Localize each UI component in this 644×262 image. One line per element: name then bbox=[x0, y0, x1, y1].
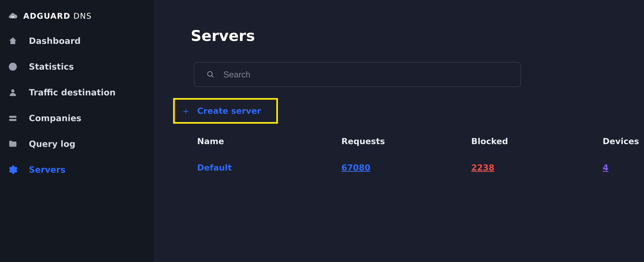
sidebar-item-label: Companies bbox=[29, 113, 82, 123]
col-header-blocked: Blocked bbox=[471, 136, 603, 146]
table-row: Default 67080 2238 4 bbox=[197, 163, 644, 172]
col-header-name: Name bbox=[197, 136, 342, 146]
create-server-button[interactable]: ＋ Create server bbox=[173, 98, 278, 124]
search-icon bbox=[206, 70, 214, 79]
sidebar-item-label: Dashboard bbox=[29, 36, 80, 46]
sidebar-nav: Dashboard Statistics Traffic destination… bbox=[0, 36, 154, 174]
gear-icon bbox=[8, 165, 18, 174]
table-header-row: Name Requests Blocked Devices bbox=[197, 136, 644, 146]
svg-rect-1 bbox=[9, 119, 16, 121]
sidebar-item-label: Servers bbox=[29, 165, 66, 174]
main-content: Servers ＋ Create server Name Requests Bl… bbox=[154, 0, 644, 262]
col-header-requests: Requests bbox=[342, 136, 471, 146]
create-server-label: Create server bbox=[197, 106, 261, 116]
search-input[interactable] bbox=[223, 69, 520, 80]
bars-icon bbox=[8, 113, 18, 123]
brand-logo[interactable]: ADGUARD DNS bbox=[0, 11, 154, 36]
sidebar-item-label: Query log bbox=[29, 139, 75, 149]
sidebar-item-statistics[interactable]: Statistics bbox=[8, 62, 154, 72]
cloud-logo-icon bbox=[8, 11, 18, 21]
col-header-devices: Devices bbox=[603, 136, 644, 146]
servers-table: Name Requests Blocked Devices Default 67… bbox=[197, 136, 644, 172]
server-requests-link[interactable]: 67080 bbox=[342, 163, 471, 172]
home-icon bbox=[8, 36, 18, 46]
sidebar: ADGUARD DNS Dashboard Statistics Traffic… bbox=[0, 0, 154, 262]
sidebar-item-query-log[interactable]: Query log bbox=[8, 139, 154, 149]
sidebar-item-traffic-destination[interactable]: Traffic destination bbox=[8, 88, 154, 97]
plus-icon: ＋ bbox=[181, 106, 191, 116]
server-devices-link[interactable]: 4 bbox=[603, 163, 644, 172]
sidebar-item-label: Traffic destination bbox=[29, 88, 116, 97]
folder-icon bbox=[8, 139, 18, 149]
brand-text: ADGUARD DNS bbox=[23, 11, 92, 21]
server-blocked-link[interactable]: 2238 bbox=[471, 163, 603, 172]
sidebar-item-servers[interactable]: Servers bbox=[8, 165, 154, 174]
sidebar-item-label: Statistics bbox=[29, 62, 74, 72]
sidebar-item-companies[interactable]: Companies bbox=[8, 113, 154, 123]
pie-icon bbox=[8, 62, 18, 72]
sidebar-item-dashboard[interactable]: Dashboard bbox=[8, 36, 154, 46]
search-box[interactable] bbox=[194, 62, 521, 87]
page-title: Servers bbox=[191, 27, 644, 44]
svg-rect-0 bbox=[9, 116, 16, 118]
svg-line-3 bbox=[212, 76, 213, 77]
server-name-link[interactable]: Default bbox=[197, 163, 342, 172]
person-icon bbox=[8, 88, 18, 97]
